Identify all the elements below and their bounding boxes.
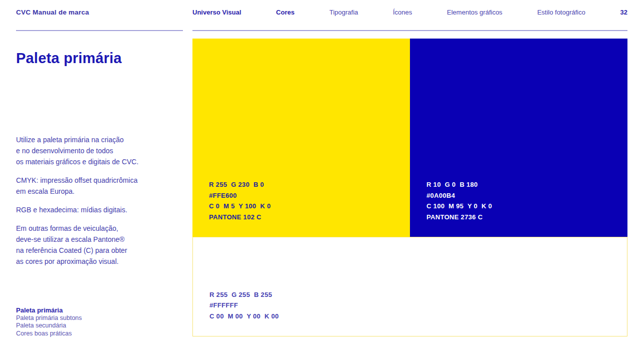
swatch-white: R 255 G 255 B 255 #FFFFFF C 00 M 00 Y 00… (192, 237, 627, 336)
page-title: Paleta primária (16, 50, 122, 67)
menu-item-paleta-primaria[interactable]: Paleta primária (16, 306, 82, 314)
swatch-blue: R 10 G 0 B 180 #0A00B4 C 100 M 95 Y 0 K … (410, 39, 627, 237)
header-divider-left (16, 30, 183, 31)
swatch-blue-hex: #0A00B4 (426, 190, 492, 201)
swatch-yellow-cmyk: C 0 M 5 Y 100 K 0 (209, 201, 271, 212)
swatch-blue-info: R 10 G 0 B 180 #0A00B4 C 100 M 95 Y 0 K … (426, 179, 492, 222)
top-nav: Universo Visual Cores Tipografia Ícones … (192, 9, 627, 16)
nav-tipografia[interactable]: Tipografia (329, 9, 358, 16)
swatch-yellow-pantone: PANTONE 102 C (209, 212, 271, 223)
nav-elementos-graficos[interactable]: Elementos gráficos (447, 9, 503, 16)
nav-estilo-fotografico[interactable]: Estilo fotográfico (537, 9, 585, 16)
swatch-blue-cmyk: C 100 M 95 Y 0 K 0 (426, 201, 492, 212)
swatch-yellow-rgb: R 255 G 230 B 0 (209, 179, 271, 190)
swatch-yellow-hex: #FFE600 (209, 190, 271, 201)
paragraph-cmyk: CMYK: impressão offset quadricrômica em … (16, 175, 189, 197)
swatch-white-info: R 255 G 255 B 255 #FFFFFF C 00 M 00 Y 00… (209, 289, 279, 322)
menu-item-cores-boas-praticas[interactable]: Cores boas práticas (16, 330, 82, 338)
menu-item-paleta-primaria-subtons[interactable]: Paleta primária subtons (16, 314, 82, 322)
menu-item-paleta-secundaria[interactable]: Paleta secundária (16, 322, 82, 330)
swatch-yellow-info: R 255 G 230 B 0 #FFE600 C 0 M 5 Y 100 K … (209, 179, 271, 222)
header-divider-right (192, 30, 627, 31)
swatch-yellow: R 255 G 230 B 0 #FFE600 C 0 M 5 Y 100 K … (192, 39, 410, 237)
swatch-grid: R 255 G 230 B 0 #FFE600 C 0 M 5 Y 100 K … (192, 39, 627, 336)
document-title: CVC Manual de marca (16, 9, 89, 16)
swatch-blue-pantone: PANTONE 2736 C (426, 212, 492, 223)
swatch-white-cmyk: C 00 M 00 Y 00 K 00 (209, 311, 279, 322)
nav-universo-visual[interactable]: Universo Visual (192, 9, 241, 16)
paragraph-rgb: RGB e hexadecima: mídias digitais. (16, 204, 189, 215)
swatch-white-rgb: R 255 G 255 B 255 (209, 289, 279, 300)
section-menu: Paleta primária Paleta primária subtons … (16, 306, 82, 337)
page-number: 32 (620, 9, 627, 16)
swatch-white-hex: #FFFFFF (209, 300, 279, 311)
swatch-blue-rgb: R 10 G 0 B 180 (426, 179, 492, 190)
intro-text: Utilize a paleta primária na criação e n… (16, 134, 189, 274)
paragraph-pantone: Em outras formas de veiculação, deve-se … (16, 223, 189, 267)
paragraph-usage: Utilize a paleta primária na criação e n… (16, 134, 189, 167)
nav-icones[interactable]: Ícones (393, 9, 412, 16)
swatch-row-top: R 255 G 230 B 0 #FFE600 C 0 M 5 Y 100 K … (192, 39, 627, 237)
nav-cores[interactable]: Cores (276, 9, 295, 16)
